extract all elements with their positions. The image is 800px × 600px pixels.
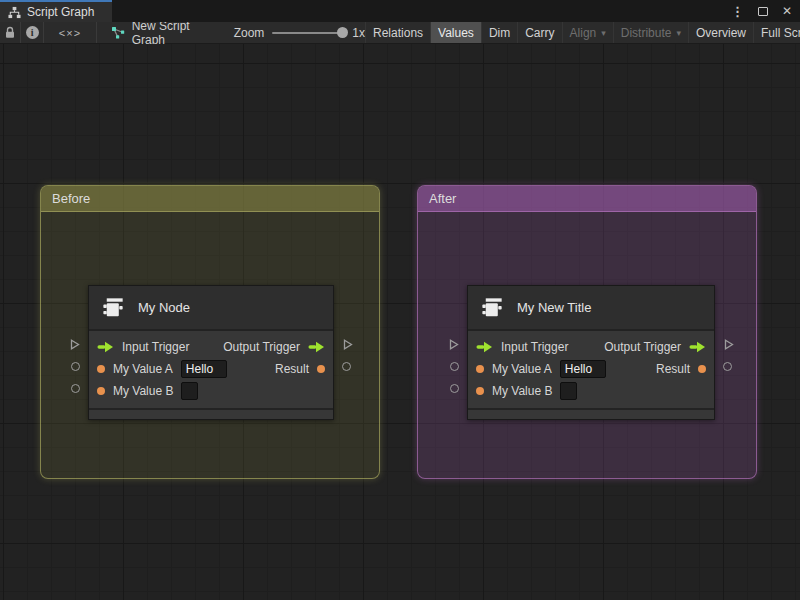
group-before-header[interactable]: Before — [41, 186, 379, 212]
tab-bar: Script Graph ⋮ ✕ — [0, 0, 800, 22]
port-label: Output Trigger — [604, 340, 681, 354]
value-in-port[interactable] — [97, 365, 105, 373]
port-label: My Value A — [113, 362, 173, 376]
values-button[interactable]: Values — [430, 22, 481, 43]
window-menu-icon[interactable]: ⋮ — [731, 4, 744, 19]
trigger-out-icon[interactable] — [308, 341, 325, 353]
lock-icon — [4, 26, 16, 39]
trigger-port-row: Input Trigger Output Trigger — [89, 336, 333, 358]
external-value-port[interactable] — [450, 384, 459, 393]
value-in-port[interactable] — [476, 387, 484, 395]
external-value-port[interactable] — [342, 362, 351, 371]
value-out-port[interactable] — [698, 365, 706, 373]
group-after-header[interactable]: After — [418, 186, 756, 212]
value-b-input[interactable] — [181, 382, 198, 400]
external-value-port[interactable] — [450, 362, 459, 371]
overview-button[interactable]: Overview — [688, 22, 753, 43]
node-title: My Node — [138, 300, 190, 315]
lock-button[interactable] — [0, 22, 20, 43]
node-my-new-title[interactable]: My New Title Input Trigger Output Trigge… — [467, 285, 715, 420]
port-label: My Value B — [492, 384, 552, 398]
external-trigger-port[interactable] — [341, 338, 354, 351]
port-label: My Value B — [113, 384, 173, 398]
port-label: Input Trigger — [501, 340, 568, 354]
graph-name-breadcrumb[interactable]: New Script Graph — [97, 22, 216, 43]
port-label: Result — [275, 362, 309, 376]
value-out-port[interactable] — [317, 365, 325, 373]
distribute-dropdown[interactable]: Distribute ▾ — [613, 22, 688, 43]
value-a-input[interactable] — [181, 360, 227, 378]
trigger-in-icon[interactable] — [97, 341, 114, 353]
zoom-value: 1x — [352, 26, 365, 40]
node-title: My New Title — [517, 300, 591, 315]
script-graph-icon — [111, 26, 125, 39]
node-footer — [468, 408, 714, 419]
value-port-row: My Value A Result — [468, 358, 714, 380]
dim-button[interactable]: Dim — [481, 22, 517, 43]
external-trigger-port[interactable] — [722, 338, 735, 351]
value-port-row: My Value B — [468, 380, 714, 402]
port-label: My Value A — [492, 362, 552, 376]
group-title: Before — [52, 191, 90, 206]
value-port-row: My Value B — [89, 380, 333, 402]
node-footer — [89, 408, 333, 419]
external-trigger-port[interactable] — [447, 338, 460, 351]
value-a-input[interactable] — [560, 360, 606, 378]
node-header[interactable]: My Node — [89, 286, 333, 331]
port-label: Result — [656, 362, 690, 376]
trigger-in-icon[interactable] — [476, 341, 493, 353]
unit-node-icon — [479, 294, 506, 321]
info-icon: i — [26, 26, 39, 39]
graph-name-label: New Script Graph — [132, 19, 202, 47]
fullscreen-button[interactable]: Full Screen — [753, 22, 800, 43]
align-dropdown[interactable]: Align ▾ — [562, 22, 613, 43]
chevron-down-icon: ▾ — [676, 28, 681, 38]
window-maximize-icon[interactable] — [758, 7, 768, 16]
carry-button[interactable]: Carry — [517, 22, 561, 43]
graph-canvas[interactable]: Before After My Node — [0, 44, 800, 600]
tab-script-graph[interactable]: Script Graph — [0, 0, 112, 22]
node-my-node[interactable]: My Node Input Trigger Output Trigger My … — [88, 285, 334, 420]
group-title: After — [429, 191, 456, 206]
node-header[interactable]: My New Title — [468, 286, 714, 331]
relations-button[interactable]: Relations — [365, 22, 430, 43]
value-in-port[interactable] — [476, 365, 484, 373]
code-icon: <×> — [59, 27, 81, 39]
value-b-input[interactable] — [560, 382, 577, 400]
port-label: Input Trigger — [122, 340, 189, 354]
unit-node-icon — [100, 294, 127, 321]
trigger-port-row: Input Trigger Output Trigger — [468, 336, 714, 358]
external-value-port[interactable] — [723, 362, 732, 371]
value-in-port[interactable] — [97, 387, 105, 395]
info-button[interactable]: i — [21, 22, 43, 43]
inspect-code-button[interactable]: <×> — [44, 22, 96, 43]
graph-hierarchy-icon — [8, 6, 21, 19]
port-label: Output Trigger — [223, 340, 300, 354]
zoom-slider-thumb[interactable] — [337, 27, 348, 38]
tab-title: Script Graph — [27, 5, 94, 19]
external-value-port[interactable] — [71, 384, 80, 393]
zoom-slider[interactable] — [272, 32, 344, 34]
external-trigger-port[interactable] — [68, 338, 81, 351]
trigger-out-icon[interactable] — [689, 341, 706, 353]
value-port-row: My Value A Result — [89, 358, 333, 380]
window-close-icon[interactable]: ✕ — [782, 4, 792, 18]
zoom-label: Zoom — [234, 26, 265, 40]
external-value-port[interactable] — [71, 362, 80, 371]
chevron-down-icon: ▾ — [601, 28, 606, 38]
graph-toolbar: i <×> New Script Graph Zoom 1x Relations… — [0, 22, 800, 44]
